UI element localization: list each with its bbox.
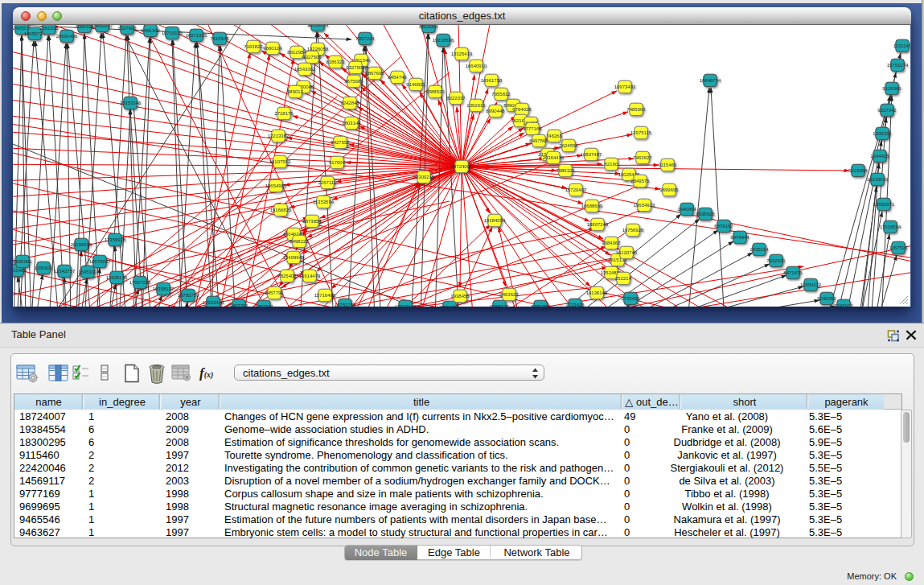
svg-text:1498222: 1498222	[290, 239, 309, 244]
svg-text:3267110: 3267110	[318, 180, 338, 185]
svg-text:8471676: 8471676	[783, 270, 803, 275]
svg-text:10358127: 10358127	[153, 286, 175, 291]
svg-text:7357224: 7357224	[355, 36, 375, 41]
svg-text:8322037: 8322037	[446, 96, 466, 101]
svg-text:8454749: 8454749	[388, 75, 407, 80]
svg-text:12923448: 12923448	[395, 304, 417, 307]
svg-text:6879197: 6879197	[714, 224, 733, 229]
svg-text:9146821: 9146821	[406, 82, 425, 87]
svg-text:23300215: 23300215	[413, 175, 435, 179]
svg-text:17359928: 17359928	[105, 237, 126, 242]
svg-text:19756928: 19756928	[622, 228, 644, 233]
svg-text:2718176: 2718176	[274, 111, 294, 116]
svg-text:16210643: 16210643	[867, 177, 889, 182]
svg-text:8938928: 8938928	[696, 212, 715, 216]
svg-text:9457791: 9457791	[229, 303, 248, 307]
svg-text:16671355: 16671355	[186, 33, 207, 38]
svg-text:7163822: 7163822	[244, 44, 263, 49]
svg-text:18724007: 18724007	[451, 164, 473, 169]
svg-text:16107552: 16107552	[269, 159, 291, 164]
svg-text:9327508: 9327508	[346, 65, 365, 70]
svg-text:15720407: 15720407	[565, 187, 587, 192]
svg-text:8782759: 8782759	[531, 304, 550, 307]
svg-text:12505135: 12505135	[106, 275, 128, 280]
svg-text:1209332: 1209332	[873, 131, 892, 136]
svg-text:417004: 417004	[329, 160, 346, 165]
svg-text:19384554: 19384554	[484, 218, 506, 223]
svg-text:18807249: 18807249	[587, 222, 609, 227]
svg-text:252214: 252214	[615, 276, 632, 281]
svg-text:1244415: 1244415	[870, 154, 889, 159]
svg-text:9245052: 9245052	[817, 296, 836, 301]
svg-text:1167533: 1167533	[889, 245, 909, 250]
svg-text:9242848: 9242848	[340, 101, 359, 105]
svg-text:20691406: 20691406	[56, 34, 78, 39]
svg-text:9115460: 9115460	[659, 163, 678, 167]
svg-text:10973493: 10973493	[614, 84, 636, 89]
svg-text:6466160: 6466160	[141, 28, 160, 33]
svg-text:1121145: 1121145	[893, 43, 910, 48]
svg-text:1545193: 1545193	[78, 270, 97, 274]
svg-text:9777169: 9777169	[523, 126, 542, 131]
svg-text:15409948: 15409948	[283, 255, 305, 260]
svg-text:1588520: 1588520	[425, 89, 445, 94]
svg-text:1733426: 1733426	[565, 303, 585, 307]
svg-text:7463627: 7463627	[633, 155, 652, 160]
svg-text:6794028: 6794028	[512, 107, 532, 112]
svg-text:7825402: 7825402	[277, 274, 297, 278]
svg-text:14136141: 14136141	[586, 290, 608, 295]
svg-text:5215958: 5215958	[848, 168, 868, 173]
svg-text:8813054: 8813054	[419, 25, 438, 29]
svg-text:9358127: 9358127	[490, 304, 509, 307]
svg-text:16543362: 16543362	[294, 67, 316, 72]
svg-text:12213382: 12213382	[268, 134, 290, 138]
svg-text:10782759: 10782759	[178, 293, 199, 298]
svg-text:7485063: 7485063	[626, 107, 646, 112]
svg-text:19218506: 19218506	[433, 38, 454, 43]
svg-text:2261535: 2261535	[39, 26, 59, 31]
svg-text:3624554: 3624554	[559, 143, 578, 148]
svg-text:62160: 62160	[605, 162, 618, 167]
svg-text:16914479: 16914479	[299, 274, 321, 278]
svg-text:9245012: 9245012	[834, 303, 853, 307]
svg-text:10654112: 10654112	[800, 282, 822, 287]
svg-text:7632621: 7632621	[766, 258, 786, 263]
svg-text:8873854: 8873854	[302, 219, 322, 224]
svg-text:8427552: 8427552	[331, 140, 350, 145]
svg-text:12342757: 12342757	[54, 269, 76, 274]
svg-text:16961758: 16961758	[481, 78, 503, 83]
svg-text:9227342: 9227342	[877, 108, 897, 113]
svg-text:12923448: 12923448	[203, 300, 224, 305]
svg-text:20364436: 20364436	[543, 155, 565, 160]
svg-text:7955812: 7955812	[491, 92, 511, 97]
svg-text:20353346: 20353346	[120, 101, 142, 105]
svg-text:19166825: 19166825	[270, 208, 292, 212]
svg-text:9463627: 9463627	[499, 292, 519, 297]
svg-text:1292344: 1292344	[254, 304, 273, 307]
svg-text:2867608: 2867608	[365, 71, 384, 76]
svg-text:1938455: 1938455	[450, 294, 470, 299]
svg-text:1835061: 1835061	[13, 259, 32, 264]
svg-text:9457791: 9457791	[265, 290, 284, 295]
svg-text:19654923: 19654923	[634, 203, 655, 208]
svg-text:2935114: 2935114	[750, 247, 770, 252]
svg-text:9327505: 9327505	[302, 55, 322, 60]
svg-text:1640954: 1640954	[677, 207, 696, 212]
svg-text:8186323: 8186323	[326, 60, 345, 64]
svg-text:1733426: 1733426	[621, 296, 640, 301]
svg-text:9129366: 9129366	[882, 86, 901, 91]
svg-text:16640910: 16640910	[466, 64, 487, 68]
svg-text:7986322: 7986322	[556, 168, 575, 173]
svg-text:12975115: 12975115	[630, 130, 652, 135]
svg-text:16848734: 16848734	[700, 78, 721, 83]
svg-text:3915468: 3915468	[13, 268, 27, 273]
svg-text:1362615: 1362615	[466, 103, 486, 108]
svg-text:8990448: 8990448	[486, 109, 505, 113]
svg-text:11353594: 11353594	[313, 200, 335, 204]
svg-text:17957255: 17957255	[129, 280, 151, 285]
svg-text:9474444: 9474444	[730, 235, 749, 240]
svg-text:16120746: 16120746	[616, 250, 638, 255]
svg-text:15751074: 15751074	[887, 63, 909, 68]
svg-text:15716485: 15716485	[314, 293, 336, 298]
svg-text:10975857: 10975857	[89, 259, 111, 264]
